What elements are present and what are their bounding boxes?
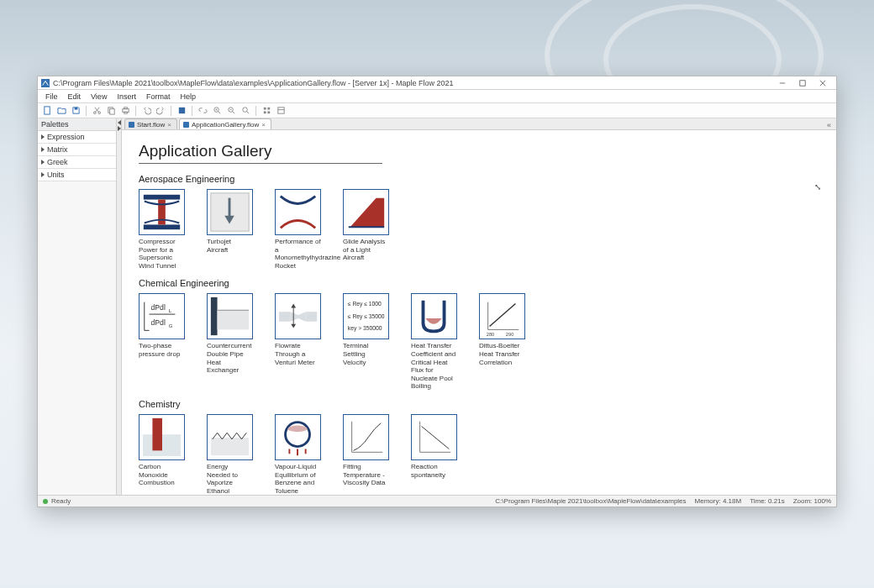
gallery-caption: Vapour-Liquid Equilibrium of Benzene and… [275, 463, 321, 495]
toolbar-separator [135, 106, 136, 116]
gallery-row: Compressor Power for a Supersonic Wind T… [139, 189, 819, 270]
menu-view[interactable]: View [87, 92, 111, 101]
svg-rect-14 [124, 108, 127, 109]
gallery-thumbnail [343, 414, 389, 460]
grid-icon[interactable] [261, 105, 272, 117]
svg-text:≤ Rey ≤ 35000: ≤ Rey ≤ 35000 [348, 313, 385, 320]
workspace: Palettes ExpressionMatrixGreekUnits Star… [38, 118, 836, 495]
tab-start-flow[interactable]: Start.flow× [124, 118, 177, 129]
svg-text:L: L [169, 309, 172, 314]
menu-format[interactable]: Format [142, 92, 175, 101]
layout-icon[interactable] [275, 105, 287, 117]
status-ready: Ready [51, 497, 71, 505]
svg-rect-49 [306, 312, 317, 323]
close-icon[interactable]: × [261, 121, 266, 129]
copy-icon[interactable] [105, 105, 117, 117]
gallery-thumbnail [139, 189, 185, 235]
gallery-item[interactable]: Vapour-Liquid Equilibrium of Benzene and… [275, 414, 321, 495]
category-title: Chemical Engineering [139, 278, 819, 288]
link-icon[interactable] [197, 105, 208, 117]
gallery-thumbnail: ≤ Rey ≤ 1000≤ Rey ≤ 35000key > 350000 [343, 293, 389, 339]
gallery-item[interactable]: Heat Transfer Coefficient and Critical H… [411, 293, 457, 391]
tab-applicationgallery-flow[interactable]: ApplicationGallery.flow× [179, 118, 271, 129]
svg-line-22 [232, 111, 234, 113]
gallery-item[interactable]: Glide Analysis of a Light Aircraft [343, 189, 389, 270]
svg-rect-45 [211, 297, 218, 335]
close-icon[interactable]: × [167, 121, 171, 129]
new-file-icon[interactable] [41, 105, 53, 117]
palette-header: Palettes [38, 118, 116, 131]
svg-rect-0 [41, 79, 50, 87]
page-title: Application Gallery [139, 142, 382, 164]
gallery-item[interactable]: Fitting Temperature - Viscosity Data [343, 414, 389, 495]
chevron-right-icon [41, 172, 45, 177]
gallery-item[interactable]: Compressor Power for a Supersonic Wind T… [139, 189, 185, 270]
gallery-item[interactable]: dPdlLdPdlGTwo-phase pressure drop [139, 293, 185, 391]
gallery-item[interactable]: Flowrate Through a Venturi Meter [275, 293, 321, 391]
zoom-out-icon[interactable] [225, 105, 237, 117]
undo-icon[interactable] [140, 105, 152, 117]
minimize-button[interactable] [772, 77, 792, 89]
gallery-thumbnail [343, 189, 389, 235]
close-button[interactable] [813, 77, 833, 89]
print-icon[interactable] [119, 105, 131, 117]
stop-icon[interactable] [176, 105, 187, 117]
gallery-item[interactable]: ≤ Rey ≤ 1000≤ Rey ≤ 35000key > 350000Ter… [343, 293, 389, 391]
palette-item-matrix[interactable]: Matrix [38, 144, 116, 156]
open-file-icon[interactable] [55, 105, 67, 117]
gallery-item[interactable]: Performance of a Monomethylhydrazine Roc… [275, 189, 321, 270]
palette-item-expression[interactable]: Expression [38, 131, 116, 144]
zoom-reset-icon[interactable] [240, 105, 251, 117]
menu-help[interactable]: Help [176, 92, 200, 101]
gallery-thumbnail [411, 293, 457, 339]
menubar: FileEditViewInsertFormatHelp [38, 90, 836, 103]
document-canvas[interactable]: Application Gallery ⤡ Aerospace Engineer… [122, 130, 836, 495]
svg-rect-32 [144, 195, 180, 200]
gallery-item[interactable]: 280290Dittus-Boelter Heat Transfer Corre… [479, 293, 525, 391]
svg-point-67 [287, 425, 307, 432]
status-bar: Ready C:\Program Files\Maple 2021\toolbo… [38, 495, 836, 507]
palette-item-greek[interactable]: Greek [38, 156, 116, 169]
svg-text:dPdl: dPdl [150, 304, 165, 312]
tab-strip: Start.flow×ApplicationGallery.flow×« [122, 118, 836, 130]
status-path: C:\Program Files\Maple 2021\toolbox\Mapl… [495, 497, 686, 505]
menu-edit[interactable]: Edit [64, 92, 86, 101]
gallery-item[interactable]: Turbojet Aircraft [207, 189, 253, 270]
gallery-item[interactable]: Energy Needed to Vaporize Ethanol [207, 414, 253, 495]
toolbar-separator [255, 106, 256, 116]
gallery-caption: Countercurrent Double Pipe Heat Exchange… [207, 342, 253, 374]
menu-file[interactable]: File [41, 92, 62, 101]
redo-icon[interactable] [155, 105, 166, 117]
svg-rect-29 [267, 111, 270, 113]
zoom-in-icon[interactable] [211, 105, 223, 117]
svg-rect-12 [109, 109, 114, 114]
gallery-caption: Performance of a Monomethylhydrazine Roc… [275, 238, 321, 270]
palette-item-units[interactable]: Units [38, 169, 116, 181]
save-icon[interactable] [70, 105, 82, 117]
gallery-thumbnail [207, 293, 253, 339]
svg-text:key > 350000: key > 350000 [348, 326, 382, 333]
svg-rect-2 [800, 80, 805, 85]
gallery-caption: Compressor Power for a Supersonic Wind T… [139, 238, 185, 270]
chevron-right-icon [41, 134, 45, 139]
gallery-item[interactable]: Reaction spontaneity [411, 414, 457, 495]
toolbar-separator [192, 106, 192, 116]
status-zoom: Zoom: 100% [793, 497, 831, 505]
menu-insert[interactable]: Insert [113, 92, 140, 101]
maximize-button[interactable] [792, 77, 813, 89]
document-area: Start.flow×ApplicationGallery.flow×« App… [122, 118, 836, 495]
gallery-caption: Reaction spontaneity [411, 463, 457, 479]
gallery-thumbnail [207, 189, 253, 235]
svg-rect-15 [124, 112, 127, 113]
svg-text:≤ Rey ≤ 1000: ≤ Rey ≤ 1000 [348, 302, 382, 308]
collapse-right-icon[interactable]: « [825, 121, 833, 129]
gallery-item[interactable]: Countercurrent Double Pipe Heat Exchange… [207, 293, 253, 391]
gallery-thumbnail [275, 189, 321, 235]
gallery-caption: Two-phase pressure drop [139, 342, 185, 358]
svg-rect-6 [74, 108, 77, 110]
gallery-item[interactable]: Carbon Monoxide Combustion [139, 414, 185, 495]
cut-icon[interactable] [91, 105, 103, 117]
gallery-thumbnail: dPdlLdPdlG [139, 293, 185, 339]
category-title: Aerospace Engineering [139, 174, 819, 184]
gallery-caption: Turbojet Aircraft [207, 238, 253, 254]
